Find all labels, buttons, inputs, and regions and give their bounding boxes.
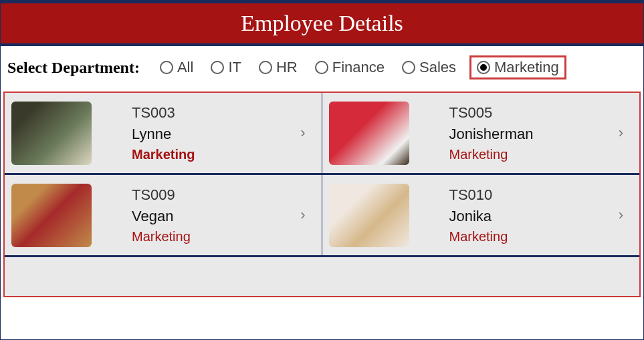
employee-card[interactable]: TS005 Jonisherman Marketing › bbox=[322, 93, 640, 173]
gallery-empty-row bbox=[5, 256, 639, 296]
chevron-right-icon[interactable]: › bbox=[615, 206, 627, 224]
radio-label: HR bbox=[276, 59, 298, 76]
employee-name: Lynne bbox=[132, 126, 296, 143]
department-filter-bar: Select Department: All IT HR Finance Sal… bbox=[1, 46, 643, 92]
page-title: Employee Details bbox=[241, 11, 403, 36]
radio-icon bbox=[211, 61, 224, 74]
employee-card[interactable]: TS003 Lynne Marketing › bbox=[5, 93, 322, 173]
radio-label: All bbox=[177, 59, 193, 76]
gallery-row: TS009 Vegan Marketing › TS010 Jonika Mar… bbox=[5, 174, 639, 256]
radio-option-hr[interactable]: HR bbox=[255, 57, 302, 77]
employee-info: TS005 Jonisherman Marketing bbox=[449, 104, 615, 162]
employee-card[interactable]: TS009 Vegan Marketing › bbox=[5, 175, 322, 255]
employee-department: Marketing bbox=[132, 229, 296, 244]
radio-icon bbox=[402, 61, 415, 74]
employee-id: TS010 bbox=[449, 186, 615, 204]
avatar bbox=[329, 184, 409, 247]
radio-option-marketing[interactable]: Marketing bbox=[469, 55, 566, 79]
radio-option-finance[interactable]: Finance bbox=[311, 57, 389, 77]
avatar bbox=[11, 184, 92, 247]
radio-icon bbox=[315, 61, 328, 74]
avatar bbox=[329, 102, 409, 165]
radio-label: Marketing bbox=[494, 59, 559, 76]
employee-department: Marketing bbox=[449, 147, 615, 162]
filter-label: Select Department: bbox=[7, 59, 140, 77]
employee-info: TS003 Lynne Marketing bbox=[132, 104, 296, 162]
page-header: Employee Details bbox=[1, 1, 643, 46]
employee-card[interactable]: TS010 Jonika Marketing › bbox=[322, 175, 640, 255]
radio-option-all[interactable]: All bbox=[156, 57, 197, 77]
employee-id: TS005 bbox=[449, 104, 615, 122]
employee-id: TS003 bbox=[132, 104, 296, 122]
radio-icon bbox=[477, 61, 490, 74]
radio-option-sales[interactable]: Sales bbox=[398, 57, 460, 77]
radio-label: IT bbox=[228, 59, 241, 76]
employee-info: TS010 Jonika Marketing bbox=[449, 186, 615, 244]
employee-id: TS009 bbox=[132, 186, 296, 204]
employee-gallery: TS003 Lynne Marketing › TS005 Jonisherma… bbox=[3, 92, 641, 297]
gallery-row: TS003 Lynne Marketing › TS005 Jonisherma… bbox=[5, 93, 639, 174]
radio-icon bbox=[160, 61, 173, 74]
radio-label: Sales bbox=[419, 59, 456, 76]
chevron-right-icon[interactable]: › bbox=[296, 124, 309, 142]
radio-icon bbox=[259, 61, 272, 74]
avatar bbox=[11, 102, 92, 165]
chevron-right-icon[interactable]: › bbox=[296, 206, 309, 224]
employee-info: TS009 Vegan Marketing bbox=[132, 186, 296, 244]
radio-label: Finance bbox=[332, 59, 385, 76]
employee-name: Jonisherman bbox=[449, 126, 615, 143]
employee-department: Marketing bbox=[132, 147, 296, 162]
chevron-right-icon[interactable]: › bbox=[615, 124, 627, 142]
employee-name: Jonika bbox=[449, 208, 615, 225]
employee-department: Marketing bbox=[449, 229, 615, 244]
employee-name: Vegan bbox=[132, 208, 296, 225]
radio-option-it[interactable]: IT bbox=[207, 57, 245, 77]
